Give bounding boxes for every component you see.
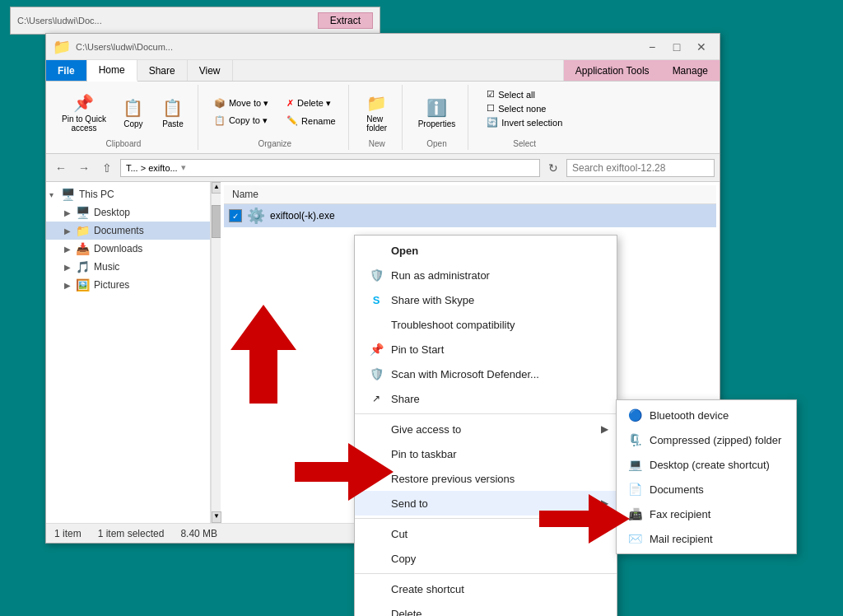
back-button[interactable]: ←: [51, 158, 71, 178]
ctx-open-icon: [368, 242, 384, 259]
copy-button[interactable]: 📋 Copy: [115, 92, 151, 133]
ctx-pin-taskbar[interactable]: Pin to taskbar: [355, 441, 617, 466]
expand-downloads-icon: ▶: [64, 245, 76, 254]
file-exe-icon: ⚙️: [247, 207, 265, 225]
sendto-documents[interactable]: 📄 Documents: [617, 477, 796, 502]
tab-file[interactable]: File: [46, 60, 87, 81]
downloads-icon: 📥: [76, 242, 91, 255]
ctx-create-shortcut[interactable]: Create shortcut: [355, 576, 617, 601]
sendto-desktop[interactable]: 💻 Desktop (create shortcut): [617, 452, 796, 477]
sendto-compressed[interactable]: 🗜️ Compressed (zipped) folder: [617, 427, 796, 452]
tab-application-tools[interactable]: Application Tools: [563, 60, 661, 81]
file-item-exiftool[interactable]: ✓ ⚙️ exiftool(-k).exe: [224, 204, 716, 227]
select-all-label: Select all: [498, 90, 535, 100]
ctx-copy[interactable]: Copy: [355, 546, 617, 571]
status-item-size: 8.40 MB: [180, 528, 217, 539]
ctx-open[interactable]: Open: [355, 238, 617, 263]
nav-item-desktop[interactable]: ▶ 🖥️ Desktop: [46, 203, 210, 222]
ribbon-tabs: File Home Share View Application Tools M…: [46, 60, 720, 82]
scrollbar-down-arrow[interactable]: ▼: [212, 511, 221, 523]
copy-icon: 📋: [122, 96, 145, 119]
ribbon-group-select: ☑ Select all ☐ Select none 🔄 Invert sele…: [472, 85, 577, 150]
expand-documents-icon: ▶: [64, 226, 76, 236]
copy-to-icon: 📋: [214, 115, 226, 126]
sendto-mail-label: Mail recipient: [650, 533, 713, 545]
nav-item-pictures[interactable]: ▶ 🖼️ Pictures: [46, 276, 210, 294]
expand-address-icon[interactable]: ▾: [181, 162, 186, 173]
svg-marker-2: [539, 494, 630, 544]
this-pc-icon: 🖥️: [61, 188, 76, 201]
nav-item-this-pc[interactable]: ▾ 🖥️ This PC: [46, 185, 210, 203]
nav-pane-scrollbar[interactable]: ▲ ▼: [211, 182, 221, 523]
delete-button[interactable]: ✗ Delete ▾: [281, 96, 342, 111]
music-label: Music: [94, 261, 119, 273]
this-pc-label: This PC: [79, 189, 114, 200]
ctx-share-skype[interactable]: S Share with Skype: [355, 287, 617, 312]
ctx-run-as-admin[interactable]: 🛡️ Run as administrator: [355, 263, 617, 287]
status-item-count: 1 item: [54, 528, 82, 539]
minimize-button[interactable]: −: [640, 38, 664, 56]
sendto-bluetooth[interactable]: 🔵 Bluetooth device: [617, 403, 796, 427]
ctx-skype-icon: S: [368, 292, 384, 308]
close-button[interactable]: ✕: [690, 38, 713, 56]
copy-to-button[interactable]: 📋 Copy to ▾: [208, 113, 274, 128]
invert-selection-button[interactable]: 🔄 Invert selection: [485, 116, 564, 128]
forward-button[interactable]: →: [74, 158, 94, 178]
ctx-sep-1: [355, 413, 617, 414]
address-box[interactable]: T... > exifto... ▾: [120, 159, 540, 177]
tab-view[interactable]: View: [188, 60, 233, 81]
ctx-give-access[interactable]: Give access to ▶: [355, 417, 617, 441]
new-folder-button[interactable]: 📁 Newfolder: [359, 87, 395, 137]
extract-tab[interactable]: Extract: [318, 12, 373, 29]
ctx-troubleshoot[interactable]: Troubleshoot compatibility: [355, 312, 617, 337]
up-button[interactable]: ⇧: [97, 158, 117, 178]
properties-button[interactable]: ℹ️ Properties: [412, 92, 462, 133]
ctx-share-icon: ↗: [368, 390, 384, 407]
sendto-fax[interactable]: 📠 Fax recipient: [617, 502, 796, 526]
tab-home[interactable]: Home: [87, 60, 137, 82]
ctx-pin-start[interactable]: 📌 Pin to Start: [355, 337, 617, 362]
sendto-compressed-label: Compressed (zipped) folder: [650, 434, 781, 446]
col-name-header[interactable]: Name: [227, 187, 263, 202]
tab-manage[interactable]: Manage: [661, 60, 720, 81]
ctx-shortcut-icon: [368, 581, 384, 597]
search-input[interactable]: [566, 159, 715, 177]
file-checkbox-exiftool[interactable]: ✓: [229, 209, 242, 222]
ctx-create-shortcut-label: Create shortcut: [391, 583, 464, 595]
ctx-pin-start-icon: 📌: [368, 341, 384, 357]
paste-button[interactable]: 📋 Paste: [155, 92, 191, 133]
tab-share[interactable]: Share: [137, 60, 188, 81]
nav-item-documents[interactable]: ▶ 📁 Documents: [46, 222, 210, 240]
copy-to-label: Copy to ▾: [229, 115, 268, 126]
sendto-fax-label: Fax recipient: [650, 508, 710, 520]
ctx-troubleshoot-label: Troubleshoot compatibility: [391, 319, 515, 331]
desktop-icon: 🖥️: [76, 206, 91, 219]
ctx-delete[interactable]: Delete: [355, 601, 617, 616]
nav-item-downloads[interactable]: ▶ 📥 Downloads: [46, 240, 210, 258]
music-icon: 🎵: [76, 260, 91, 273]
svg-marker-1: [295, 443, 394, 501]
new-folder-label: Newfolder: [366, 114, 387, 133]
select-all-button[interactable]: ☑ Select all: [485, 88, 564, 100]
refresh-button[interactable]: ↻: [543, 158, 563, 178]
maximize-button[interactable]: □: [665, 38, 688, 56]
ctx-restore-versions[interactable]: Restore previous versions: [355, 466, 617, 491]
nav-item-music[interactable]: ▶ 🎵 Music: [46, 258, 210, 276]
ribbon-group-organize: 📦 Move to ▾ 📋 Copy to ▾ ✗ Delete ▾ ✏️: [202, 85, 349, 150]
clipboard-group-label: Clipboard: [106, 139, 142, 150]
pin-to-quick-access-button[interactable]: 📌 Pin to Quickaccess: [56, 87, 112, 137]
sendto-mail[interactable]: ✉️ Mail recipient: [617, 526, 796, 551]
move-to-button[interactable]: 📦 Move to ▾: [208, 96, 274, 111]
expand-music-icon: ▶: [64, 263, 76, 272]
ribbon-group-new: 📁 Newfolder New: [352, 85, 403, 150]
expand-desktop-icon: ▶: [64, 208, 76, 217]
select-none-button[interactable]: ☐ Select none: [485, 102, 564, 114]
ctx-scan-defender[interactable]: 🛡️ Scan with Microsoft Defender...: [355, 362, 617, 386]
ctx-defender-icon: 🛡️: [368, 366, 384, 382]
select-buttons: ☑ Select all ☐ Select none 🔄 Invert sele…: [478, 85, 571, 132]
select-all-icon: ☑: [487, 89, 495, 100]
red-arrow-right-2: [539, 494, 630, 544]
ctx-share[interactable]: ↗ Share: [355, 386, 617, 411]
rename-button[interactable]: ✏️ Rename: [281, 113, 342, 128]
ctx-copy-label: Copy: [391, 553, 416, 565]
